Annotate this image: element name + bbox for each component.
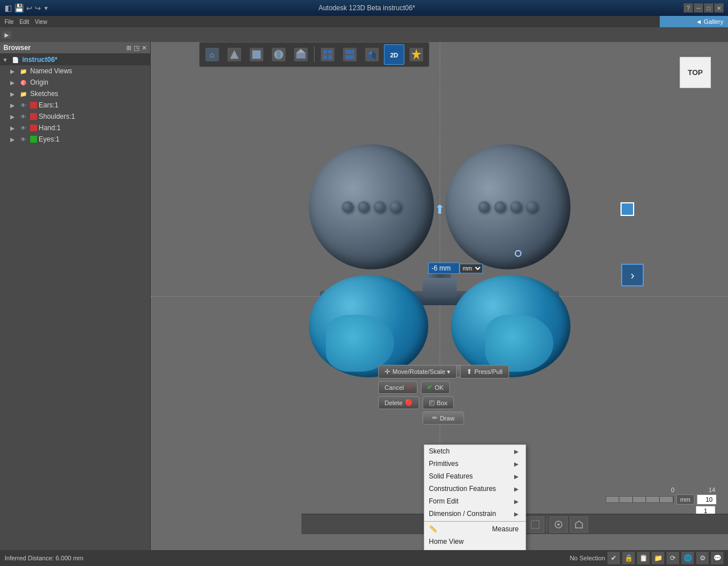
move-rotate-scale-button[interactable]: ✛ Move/Rotate/Scale ▾ — [378, 365, 457, 378]
status-icon7[interactable]: ⚙ — [696, 552, 709, 564]
ctx-form-edit-arrow: ▶ — [514, 498, 519, 505]
ctx-home-view[interactable]: Home View — [424, 535, 526, 548]
status-icon1[interactable]: ✔ — [607, 552, 620, 564]
tb2-btn1[interactable]: ▶ — [2, 31, 11, 39]
tb-view2-btn[interactable] — [340, 44, 360, 65]
transform-icon[interactable] — [621, 202, 634, 216]
ctx-dimension-constrain[interactable]: Dimension / Constrain ▶ — [424, 507, 526, 520]
ruler-marks — [606, 497, 673, 502]
value-dropdown[interactable]: mm cm in — [460, 264, 483, 273]
ctx-measure[interactable]: 📏 Measure — [424, 523, 526, 535]
svg-rect-13 — [328, 50, 332, 54]
dot2 — [358, 201, 369, 213]
tree-ears[interactable]: ▶ 👁 Ears:1 — [0, 99, 150, 111]
arrow-up-handle[interactable]: ⬆ — [435, 202, 445, 217]
ctx-turntable[interactable]: 🔄 Turntable — [424, 548, 526, 550]
browser-icon1[interactable]: ⊞ — [126, 44, 131, 52]
ctx-solid-features[interactable]: Solid Features ▶ — [424, 470, 526, 482]
tree-sketches-label: Sketches — [30, 90, 58, 98]
tb-home-btn[interactable]: ⌂ — [202, 44, 222, 65]
ruler-numbers: 0 14 — [671, 486, 715, 493]
gallery-label: ◄ Gallery — [696, 18, 723, 25]
tb-2d-btn[interactable]: 2D — [384, 44, 404, 65]
tree-eyes[interactable]: ▶ 👁 Eyes:1 — [0, 134, 150, 145]
press-pull-button[interactable]: ⬆ Press/Pull — [460, 365, 509, 378]
minimize-btn[interactable]: ─ — [694, 3, 703, 13]
tree-root[interactable]: ▼ 📄 instruct06* — [0, 54, 150, 65]
cancel-button[interactable]: Cancel ✕ — [378, 381, 417, 394]
tree-namedviews[interactable]: ▶ 📁 Named Views — [0, 65, 150, 77]
status-icon5[interactable]: ⟳ — [667, 552, 679, 564]
draw-button[interactable]: ✏ Draw — [423, 411, 464, 424]
status-icon8[interactable]: 💬 — [711, 552, 723, 564]
context-menu: Sketch ▶ Primitives ▶ Solid Features ▶ C… — [424, 444, 526, 550]
browser-header: Browser ⊞ ◳ ✕ — [0, 42, 150, 54]
status-icon3[interactable]: 📋 — [637, 552, 650, 564]
tb-view1-btn[interactable] — [317, 44, 338, 65]
bt-extra-btn[interactable] — [549, 517, 568, 532]
menu-edit[interactable]: Edit — [17, 18, 31, 26]
svg-text:⌂: ⌂ — [210, 50, 214, 59]
shoulder-left-dots — [342, 201, 401, 213]
browser-icon2[interactable]: ◳ — [134, 44, 139, 52]
ctx-form-edit[interactable]: Form Edit ▶ — [424, 495, 526, 507]
bt-sep2 — [547, 518, 547, 531]
ruler-num-box[interactable]: 10 — [697, 494, 717, 505]
tb-solid2-btn[interactable] — [246, 44, 267, 65]
titlebar: ◧ 💾 ↩ ↪ ▼ Autodesk 123D Beta instruct06*… — [0, 0, 728, 16]
ctx-sketch[interactable]: Sketch ▶ — [424, 445, 526, 457]
close-btn[interactable]: ✕ — [714, 3, 723, 13]
bt-select-btn[interactable] — [526, 517, 544, 532]
tb-solid3-btn[interactable] — [268, 44, 289, 65]
bt-extra2-btn[interactable] — [570, 517, 588, 532]
menu-view[interactable]: View — [32, 18, 49, 26]
status-icon4[interactable]: 📁 — [652, 552, 664, 564]
ruler-mark — [619, 497, 633, 502]
shoulder-right-dots — [478, 201, 537, 213]
tb-solid1-btn[interactable] — [224, 44, 245, 65]
svg-rect-16 — [343, 48, 357, 61]
ctx-construction-features[interactable]: Construction Features ▶ — [424, 482, 526, 495]
delete-button[interactable]: Delete 🔴 — [378, 396, 419, 409]
hand-right — [485, 315, 553, 372]
draw-icon: ✏ — [432, 414, 437, 422]
tree-sketches[interactable]: ▶ 📁 Sketches — [0, 88, 150, 99]
box-icon: ◰ — [429, 399, 435, 406]
browser-close[interactable]: ✕ — [142, 44, 147, 52]
move-icon: ✛ — [384, 368, 390, 376]
tb-3d-btn[interactable] — [362, 44, 382, 65]
help-icon[interactable]: ? — [684, 3, 693, 13]
tree-hand[interactable]: ▶ 👁 Hand:1 — [0, 122, 150, 134]
ctx-primitives[interactable]: Primitives ▶ — [424, 457, 526, 470]
dot1 — [342, 201, 353, 213]
status-icon6[interactable]: 🌐 — [681, 552, 694, 564]
tree-root-label: instruct06* — [22, 56, 57, 64]
tree-shoulders[interactable]: ▶ 👁 Shoulders:1 — [0, 111, 150, 122]
svg-rect-18 — [345, 55, 354, 59]
gallery-bar[interactable]: ◄ Gallery — [660, 16, 728, 27]
floating-buttons: ✛ Move/Rotate/Scale ▾ ⬆ Press/Pull Cance… — [378, 365, 509, 427]
ok-button[interactable]: ✔ OK — [421, 381, 450, 394]
browser-panel: Browser ⊞ ◳ ✕ ▼ 📄 instruct06* ▶ 📁 Named … — [0, 42, 151, 550]
dot8 — [526, 201, 537, 213]
tb-solid4-btn[interactable] — [291, 44, 311, 65]
ruler-mark — [646, 497, 660, 502]
top-view-button[interactable]: TOP — [680, 57, 711, 88]
ruler-mark — [660, 497, 673, 502]
box-button[interactable]: ◰ Box — [423, 396, 454, 409]
center-connector — [423, 278, 457, 298]
unit-box[interactable]: mm — [676, 494, 694, 505]
tree-namedviews-label: Named Views — [30, 67, 72, 75]
tb-star-btn[interactable] — [406, 44, 427, 65]
ruler: mm 10 — [606, 494, 717, 505]
value-input[interactable] — [428, 263, 460, 274]
hand-left — [326, 315, 394, 372]
menu-file[interactable]: File — [2, 18, 16, 26]
icon-toolbar: ⌂ — [199, 42, 429, 67]
tree-origin[interactable]: ▶ 🎯 Origin — [0, 77, 150, 88]
maximize-btn[interactable]: □ — [704, 3, 713, 13]
svg-text:2D: 2D — [390, 52, 398, 59]
ctx-construction-arrow: ▶ — [514, 486, 519, 492]
arrow-right-handle[interactable]: › — [621, 264, 644, 286]
status-icon2[interactable]: 🔒 — [622, 552, 635, 564]
